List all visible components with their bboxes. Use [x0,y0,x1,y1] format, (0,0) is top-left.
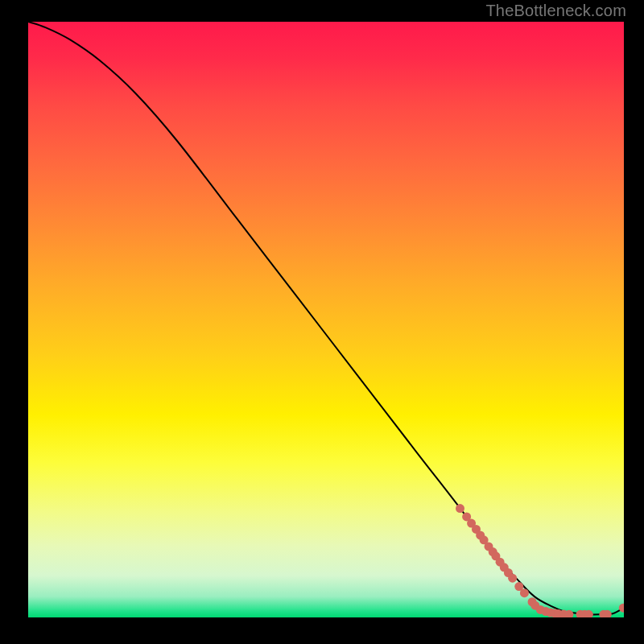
chart-svg [28,22,624,617]
watermark-text: TheBottleneck.com [485,2,626,20]
chart-stage: TheBottleneck.com [0,0,644,644]
line-series-curve [28,22,624,614]
data-marker [508,574,517,583]
data-marker [520,588,529,597]
data-marker [456,504,464,513]
